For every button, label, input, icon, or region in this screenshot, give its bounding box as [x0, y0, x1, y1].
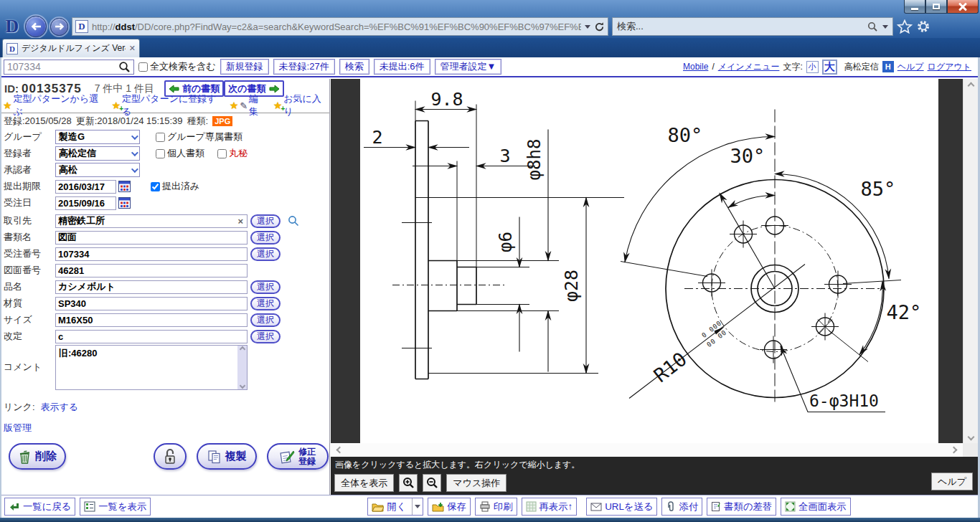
- delete-button[interactable]: 削除: [9, 443, 66, 470]
- open-dropdown[interactable]: [412, 498, 423, 515]
- mobile-link[interactable]: Mobile: [683, 62, 708, 72]
- attach-button[interactable]: 添付: [661, 498, 702, 516]
- order-no-select-button[interactable]: 選択: [250, 247, 281, 261]
- browser-tab[interactable]: D デジタルドルフィンズ Ver4.2.3... ✕: [2, 39, 140, 57]
- show-list-button[interactable]: 一覧を表示: [80, 498, 151, 516]
- new-register-button[interactable]: 新規登録: [220, 59, 269, 75]
- product-select-button[interactable]: 選択: [250, 280, 281, 294]
- browser-search-box[interactable]: 検索...: [612, 17, 893, 36]
- drawing-image[interactable]: 9.8 2 3 φ8h8 φ6 φ28 80° 30° 85° 42° R10 …: [360, 79, 938, 444]
- send-url-button[interactable]: URLを送る: [586, 498, 657, 516]
- order-no-input[interactable]: [58, 249, 245, 260]
- mouse-operation-button[interactable]: マウス操作: [446, 474, 507, 492]
- fit-view-button[interactable]: 全体を表示: [334, 474, 394, 492]
- logout-link[interactable]: ログアウト: [928, 61, 971, 73]
- zoom-in-button[interactable]: [399, 474, 418, 492]
- keyword-search-button[interactable]: [115, 60, 133, 74]
- font-large-button[interactable]: 大: [822, 60, 837, 75]
- product-label: 品名: [4, 280, 55, 293]
- scroll-down-icon[interactable]: [967, 434, 974, 441]
- zoom-out-button[interactable]: [423, 474, 441, 492]
- order-date-calendar-button[interactable]: [118, 197, 131, 209]
- lock-button[interactable]: [154, 443, 187, 470]
- order-date-input[interactable]: [58, 198, 113, 209]
- material-input[interactable]: [58, 298, 245, 309]
- group-label: グループ: [4, 130, 55, 143]
- fullscreen-button[interactable]: 全画面表示: [781, 498, 851, 516]
- doc-name-input[interactable]: [58, 232, 245, 243]
- browser-back-button[interactable]: [25, 16, 47, 37]
- revise-register-button[interactable]: 修正登録: [267, 443, 329, 470]
- material-select-button[interactable]: 選択: [250, 297, 281, 310]
- doc-name-select-button[interactable]: 選択: [250, 231, 281, 245]
- address-bar[interactable]: D http://ddst/DD/core.php?FindWay=c2&a=s…: [72, 17, 608, 36]
- scroll-left-icon[interactable]: [336, 447, 344, 454]
- unsubmitted-button[interactable]: 未提出:6件: [374, 59, 430, 75]
- revision-select-button[interactable]: 選択: [250, 330, 281, 343]
- size-select-button[interactable]: 選択: [250, 313, 281, 327]
- main-menu-link[interactable]: メインメニュー: [718, 61, 780, 73]
- viewer-horizontal-scrollbar[interactable]: [331, 443, 963, 457]
- personal-doc-checkbox[interactable]: [156, 149, 165, 158]
- redisplay-button[interactable]: 再表示↑: [522, 498, 578, 516]
- comment-scrollbar[interactable]: [237, 346, 247, 389]
- back-to-list-button[interactable]: 一覧に戻る: [4, 498, 75, 516]
- approver-select[interactable]: 高松: [55, 163, 140, 177]
- search-button[interactable]: 検索: [339, 59, 369, 75]
- file-type-badge: JPG: [212, 116, 232, 126]
- fulltext-checkbox[interactable]: [138, 62, 148, 72]
- replace-doc-button[interactable]: 書類の差替: [707, 498, 776, 516]
- viewer-vertical-scrollbar[interactable]: [963, 79, 978, 444]
- clear-icon[interactable]: ×: [236, 216, 245, 227]
- refresh-icon[interactable]: [594, 22, 605, 32]
- scroll-down-icon[interactable]: [239, 383, 245, 389]
- client-select-button[interactable]: 選択: [250, 214, 281, 228]
- scroll-up-icon[interactable]: [967, 82, 974, 90]
- viewer-help-button[interactable]: ヘルプ: [931, 473, 973, 490]
- save-button[interactable]: 保存: [428, 498, 471, 516]
- maximize-button[interactable]: [925, 0, 947, 14]
- tab-close-icon[interactable]: ✕: [129, 44, 136, 53]
- open-button[interactable]: 開く: [367, 498, 423, 516]
- deadline-label: 提出期限: [4, 180, 55, 193]
- font-small-button[interactable]: 小: [806, 61, 819, 73]
- unregistered-button[interactable]: 未登録:27件: [273, 59, 335, 75]
- confidential-checkbox[interactable]: [217, 149, 227, 158]
- url-dropdown-icon[interactable]: [585, 25, 590, 29]
- search-icon[interactable]: [867, 22, 878, 32]
- version-management-link[interactable]: 版管理: [4, 422, 32, 433]
- comment-textarea[interactable]: 旧:46280: [55, 345, 248, 390]
- zoom-out-icon: [426, 477, 438, 489]
- duplicate-button[interactable]: 複製: [197, 443, 257, 470]
- registrant-select[interactable]: 高松定信: [55, 146, 140, 161]
- help-link[interactable]: ヘルプ: [897, 61, 924, 73]
- show-links-link[interactable]: 表示する: [41, 401, 79, 414]
- search-dropdown-icon[interactable]: [882, 25, 888, 29]
- size-input[interactable]: [58, 315, 245, 326]
- browser-forward-button[interactable]: [50, 18, 68, 36]
- scroll-up-icon[interactable]: [239, 346, 245, 352]
- deadline-calendar-button[interactable]: [118, 181, 131, 192]
- dim-d6: φ6: [496, 232, 516, 252]
- drawing-no-input[interactable]: [58, 265, 245, 276]
- deadline-input[interactable]: [58, 181, 113, 192]
- product-input[interactable]: [58, 282, 245, 293]
- chevron-down-icon: [131, 166, 138, 173]
- group-select[interactable]: 製造G: [55, 130, 140, 144]
- keyword-input[interactable]: [4, 60, 115, 74]
- admin-settings-button[interactable]: 管理者設定▼: [435, 59, 502, 75]
- scroll-right-icon[interactable]: [951, 447, 958, 454]
- h-icon[interactable]: H: [882, 61, 894, 72]
- client-input[interactable]: [58, 216, 236, 227]
- print-button[interactable]: 印刷: [475, 498, 517, 516]
- edit-link[interactable]: ★✎ 編集: [230, 92, 267, 118]
- group-exclusive-checkbox[interactable]: [156, 133, 165, 142]
- gear-icon[interactable]: [916, 19, 930, 34]
- favorites-star-icon[interactable]: [897, 19, 913, 34]
- submitted-checkbox[interactable]: [151, 182, 160, 191]
- client-search-icon[interactable]: [288, 215, 299, 227]
- revision-input[interactable]: [58, 331, 245, 342]
- minimize-button[interactable]: [904, 0, 925, 14]
- close-button[interactable]: [947, 0, 979, 14]
- favorite-link[interactable]: ★+ お気に入り: [273, 92, 329, 118]
